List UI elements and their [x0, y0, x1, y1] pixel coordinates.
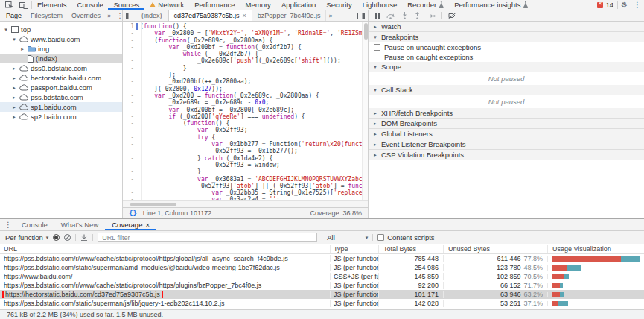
- main-tab-sources[interactable]: Sources: [108, 0, 144, 10]
- close-tab-icon[interactable]: ×: [145, 221, 150, 229]
- export-coverage-icon[interactable]: [80, 234, 88, 241]
- device-toolbar-icon[interactable]: [16, 0, 31, 10]
- line-number[interactable]: -: [123, 78, 136, 85]
- code-line[interactable]: - var _0xd200 = function(_0x2e689c, _0x2…: [123, 92, 368, 99]
- tree-item-dss0-bdstatic-com[interactable]: ▸dss0.bdstatic.com: [0, 63, 122, 73]
- line-number[interactable]: -: [123, 107, 136, 113]
- line-number[interactable]: -: [123, 189, 136, 196]
- tree-item-passport-baidu-com[interactable]: ▸passport.baidu.com: [0, 83, 122, 92]
- section-header-xhr-fetch-breakpoints[interactable]: ▸XHR/fetch Breakpoints: [369, 108, 644, 119]
- inspect-element-icon[interactable]: [2, 0, 16, 10]
- main-tab-performance-insights[interactable]: Performance insights: [449, 0, 533, 10]
- section-header-scope[interactable]: ▾Scope: [369, 62, 644, 72]
- coverage-row[interactable]: https://pss.bdstatic.com/r/www/cache/sta…: [0, 281, 644, 290]
- tree-expand-arrow-icon[interactable]: ▸: [11, 104, 17, 110]
- line-number[interactable]: -: [123, 72, 136, 78]
- line-number[interactable]: -: [123, 162, 136, 168]
- code-line[interactable]: - }(_0x2800, 0x127));: [123, 86, 368, 92]
- code-line[interactable]: - (function() {: [123, 120, 368, 127]
- column-header-usage-visualization[interactable]: Usage Visualization: [547, 245, 644, 253]
- line-number[interactable]: -: [123, 127, 136, 133]
- step-into-icon[interactable]: [401, 12, 408, 19]
- tree-item-top[interactable]: ▾top: [0, 25, 122, 34]
- toggle-debugger-panel-icon[interactable]: [354, 10, 368, 21]
- code-line[interactable]: - var _0x1bb277 = Function('return\x20(f…: [123, 141, 368, 148]
- main-tab-elements[interactable]: Elements: [32, 0, 72, 10]
- editor-tab-index[interactable]: (index): [136, 10, 168, 21]
- tree-item-hectorstatic-baidu-com[interactable]: ▸hectorstatic.baidu.com: [0, 73, 122, 83]
- drawer-menu-icon[interactable]: ⋮: [1, 219, 15, 230]
- line-number[interactable]: -: [123, 148, 136, 154]
- code-line[interactable]: - (function(_0x2e689c, _0x2800aa) {: [123, 37, 368, 44]
- code-line[interactable]: - var _0xd200bf = function(_0x2df2b7) {: [123, 44, 368, 51]
- line-number[interactable]: -: [123, 134, 136, 141]
- line-number[interactable]: -: [123, 99, 136, 106]
- code-line[interactable]: - _0x52ff93 = _0x1bb277();: [123, 148, 368, 154]
- code-line[interactable]: - var _0x32bb35 = String(_0x1e7525)['rep…: [123, 189, 368, 196]
- line-number[interactable]: -: [123, 120, 136, 127]
- main-tab-lighthouse[interactable]: Lighthouse: [357, 0, 402, 10]
- section-header-call-stack[interactable]: ▾Call Stack: [369, 85, 644, 95]
- clear-coverage-button[interactable]: [64, 234, 71, 241]
- code-line[interactable]: - try {: [123, 134, 368, 141]
- line-number[interactable]: -: [123, 183, 136, 189]
- tree-item-pss-bdstatic-com[interactable]: ▸pss.bdstatic.com: [0, 92, 122, 102]
- code-line[interactable]: - _0x52ff93 = window;: [123, 162, 368, 168]
- section-header-breakpoints[interactable]: ▾Breakpoints: [369, 32, 644, 42]
- section-header-watch[interactable]: ▸Watch: [369, 22, 644, 32]
- section-header-global-listeners[interactable]: ▸Global Listeners: [369, 129, 644, 139]
- error-count-badge[interactable]: 14: [593, 0, 617, 10]
- line-number[interactable]: -: [123, 57, 136, 64]
- record-coverage-button[interactable]: [53, 234, 60, 241]
- tree-collapse-arrow-icon[interactable]: ▾: [11, 37, 17, 42]
- code-line[interactable]: - }: [123, 168, 368, 175]
- tree-expand-arrow-icon[interactable]: ▸: [11, 95, 17, 101]
- code-line[interactable]: - };: [123, 72, 368, 78]
- content-scripts-toggle[interactable]: Content scripts: [377, 233, 434, 241]
- code-line[interactable]: - var _0x52ff93;: [123, 127, 368, 133]
- tree-expand-arrow-icon[interactable]: ▸: [11, 114, 17, 120]
- tree-expand-arrow-icon[interactable]: ▸: [11, 75, 17, 81]
- checkbox-row-pause-on-caught-exceptions[interactable]: Pause on caught exceptions: [369, 52, 644, 62]
- code-line[interactable]: - }: [123, 65, 368, 72]
- drawer-tab-what-s-new[interactable]: What's New: [54, 219, 105, 230]
- coverage-row[interactable]: https://pss.bdstatic.com/r/www/cache/sta…: [0, 254, 644, 263]
- code-line[interactable]: - var _0x2800 = ['WkxtY2Y=', 'aXNQY1M=',…: [123, 30, 368, 37]
- drawer-tab-console[interactable]: Console: [15, 219, 54, 230]
- pretty-print-icon[interactable]: {}: [129, 209, 137, 217]
- code-line[interactable]: - _0x2e689c = _0x2e689c - 0x0;: [123, 99, 368, 106]
- code-line[interactable]: 1(function() {: [123, 23, 368, 30]
- step-over-icon[interactable]: [386, 13, 395, 19]
- toggle-navigator-icon[interactable]: [123, 10, 136, 21]
- url-filter-input[interactable]: [98, 233, 317, 242]
- tree-item-sp2-baidu-com[interactable]: ▸sp2.baidu.com: [0, 112, 122, 121]
- more-nav-tabs-chevron[interactable]: »: [105, 10, 114, 21]
- tree-item-index[interactable]: (index): [0, 54, 122, 63]
- coverage-row[interactable]: https://hectorstatic.baidu.com/cd37ed75a…: [0, 290, 644, 299]
- tree-item-www-baidu-com[interactable]: ▾www.baidu.com: [0, 34, 122, 44]
- nav-tab-filesystem[interactable]: Filesystem: [26, 10, 67, 21]
- more-options-icon[interactable]: ⋮: [631, 0, 644, 10]
- line-number[interactable]: -: [123, 44, 136, 51]
- editor-vertical-scrollbar[interactable]: [362, 22, 368, 200]
- content-scripts-checkbox[interactable]: [377, 234, 384, 241]
- more-editor-tabs-chevron[interactable]: »: [326, 10, 335, 21]
- editor-tab-bzpopper-7bc4f0e-js[interactable]: bzPopper_7bc4f0e.js: [252, 10, 327, 21]
- pause-script-icon[interactable]: [374, 13, 380, 19]
- section-header-dom-breakpoints[interactable]: ▸DOM Breakpoints: [369, 119, 644, 129]
- checkbox-row-pause-on-uncaught-exceptions[interactable]: Pause on uncaught exceptions: [369, 42, 644, 52]
- code-line[interactable]: - } catch (_0x1da4e2) {: [123, 155, 368, 162]
- editor-horizontal-scrollbar[interactable]: [123, 200, 368, 207]
- code-line[interactable]: - var _0x3683a1 = 'ABCDEFGHIJKLMNOPQRSTU…: [123, 176, 368, 183]
- main-tab-network[interactable]: Network: [144, 0, 189, 10]
- line-number[interactable]: -: [123, 155, 136, 162]
- main-tab-application[interactable]: Application: [276, 0, 321, 10]
- coverage-row[interactable]: https://pss.bdstatic.com/static/superman…: [0, 299, 644, 308]
- checkbox[interactable]: [374, 44, 380, 51]
- coverage-row[interactable]: https://www.baidu.com/CSS+JS (per fun...…: [0, 272, 644, 281]
- code-line[interactable]: - var _0xd200bf = _0x2800[_0x2e689c];: [123, 107, 368, 113]
- line-number[interactable]: -: [123, 176, 136, 183]
- nav-tab-page[interactable]: Page: [1, 10, 26, 21]
- nav-tab-overrides[interactable]: Overrides: [67, 10, 105, 21]
- line-number[interactable]: -: [123, 113, 136, 120]
